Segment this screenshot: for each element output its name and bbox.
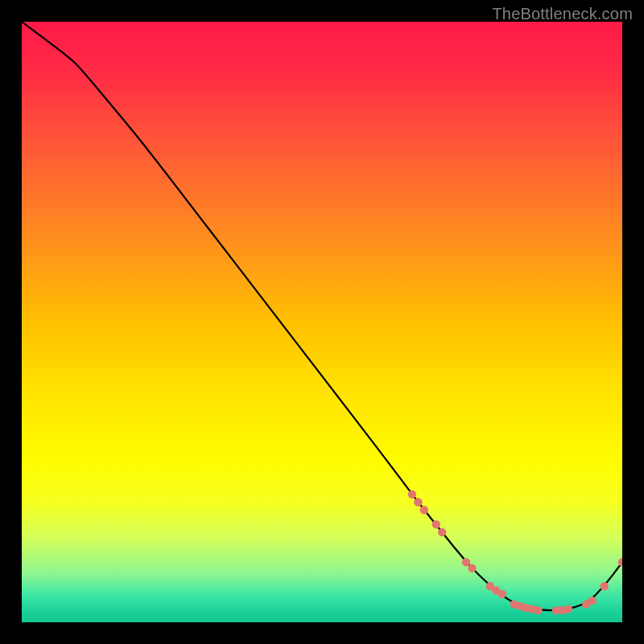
data-marker: [462, 558, 470, 566]
data-marker: [408, 490, 416, 498]
gradient-rect: [22, 22, 622, 622]
data-marker: [588, 597, 597, 605]
data-marker: [498, 590, 506, 598]
plot-area: [22, 22, 622, 622]
watermark-text: TheBottleneck.com: [492, 5, 633, 23]
chart-frame: TheBottleneck.com: [0, 0, 644, 644]
data-marker: [564, 605, 572, 613]
data-marker: [432, 520, 440, 528]
data-marker: [414, 498, 422, 506]
chart-svg: [22, 22, 622, 622]
data-marker: [600, 582, 608, 590]
data-marker: [468, 564, 476, 572]
data-marker: [420, 506, 428, 514]
data-marker: [438, 528, 446, 536]
data-marker: [534, 606, 542, 614]
